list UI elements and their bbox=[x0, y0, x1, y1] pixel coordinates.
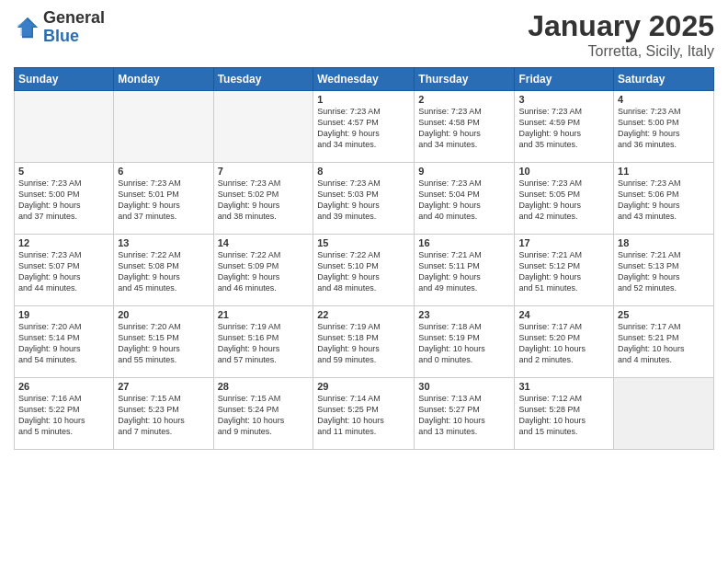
day-content: Sunrise: 7:22 AM Sunset: 5:10 PM Dayligh… bbox=[317, 249, 410, 294]
location: Torretta, Sicily, Italy bbox=[528, 43, 714, 60]
day-number: 17 bbox=[518, 237, 609, 248]
col-thursday: Thursday bbox=[415, 68, 515, 91]
day-content: Sunrise: 7:23 AM Sunset: 5:00 PM Dayligh… bbox=[18, 178, 109, 223]
day-content: Sunrise: 7:23 AM Sunset: 5:07 PM Dayligh… bbox=[18, 249, 109, 294]
day-number: 23 bbox=[418, 309, 510, 320]
day-number: 10 bbox=[518, 166, 609, 177]
day-number: 28 bbox=[218, 381, 310, 392]
day-content: Sunrise: 7:23 AM Sunset: 5:06 PM Dayligh… bbox=[618, 178, 710, 223]
col-monday: Monday bbox=[114, 68, 213, 91]
day-number: 12 bbox=[18, 237, 109, 248]
table-row: 11Sunrise: 7:23 AM Sunset: 5:06 PM Dayli… bbox=[614, 163, 714, 235]
day-number: 9 bbox=[418, 166, 510, 177]
table-row bbox=[15, 91, 114, 163]
day-number: 18 bbox=[618, 237, 710, 248]
calendar-week-row: 26Sunrise: 7:16 AM Sunset: 5:22 PM Dayli… bbox=[15, 378, 714, 450]
table-row: 15Sunrise: 7:22 AM Sunset: 5:10 PM Dayli… bbox=[313, 235, 415, 306]
day-number: 3 bbox=[518, 94, 609, 105]
table-row: 24Sunrise: 7:17 AM Sunset: 5:20 PM Dayli… bbox=[515, 306, 614, 378]
day-content: Sunrise: 7:23 AM Sunset: 4:59 PM Dayligh… bbox=[518, 106, 609, 151]
table-row: 29Sunrise: 7:14 AM Sunset: 5:25 PM Dayli… bbox=[313, 378, 415, 450]
table-row: 19Sunrise: 7:20 AM Sunset: 5:14 PM Dayli… bbox=[15, 306, 114, 378]
col-saturday: Saturday bbox=[614, 68, 714, 91]
col-tuesday: Tuesday bbox=[213, 68, 313, 91]
day-content: Sunrise: 7:18 AM Sunset: 5:19 PM Dayligh… bbox=[418, 321, 510, 366]
calendar-week-row: 19Sunrise: 7:20 AM Sunset: 5:14 PM Dayli… bbox=[15, 306, 714, 378]
logo: General Blue bbox=[14, 9, 105, 46]
table-row: 28Sunrise: 7:15 AM Sunset: 5:24 PM Dayli… bbox=[213, 378, 313, 450]
day-content: Sunrise: 7:23 AM Sunset: 4:57 PM Dayligh… bbox=[317, 106, 410, 151]
day-number: 19 bbox=[18, 309, 109, 320]
logo-general: General bbox=[43, 9, 105, 28]
day-content: Sunrise: 7:14 AM Sunset: 5:25 PM Dayligh… bbox=[317, 393, 410, 438]
table-row: 5Sunrise: 7:23 AM Sunset: 5:00 PM Daylig… bbox=[15, 163, 114, 235]
day-number: 14 bbox=[218, 237, 310, 248]
table-row bbox=[114, 91, 213, 163]
table-row: 21Sunrise: 7:19 AM Sunset: 5:16 PM Dayli… bbox=[213, 306, 313, 378]
logo-icon bbox=[14, 14, 41, 41]
day-content: Sunrise: 7:22 AM Sunset: 5:09 PM Dayligh… bbox=[218, 249, 310, 294]
day-content: Sunrise: 7:23 AM Sunset: 5:00 PM Dayligh… bbox=[618, 106, 710, 151]
calendar-table: Sunday Monday Tuesday Wednesday Thursday… bbox=[14, 67, 714, 450]
table-row: 30Sunrise: 7:13 AM Sunset: 5:27 PM Dayli… bbox=[415, 378, 515, 450]
col-friday: Friday bbox=[515, 68, 614, 91]
day-number: 31 bbox=[518, 381, 609, 392]
table-row: 22Sunrise: 7:19 AM Sunset: 5:18 PM Dayli… bbox=[313, 306, 415, 378]
day-number: 16 bbox=[418, 237, 510, 248]
day-content: Sunrise: 7:15 AM Sunset: 5:23 PM Dayligh… bbox=[118, 393, 209, 438]
day-content: Sunrise: 7:15 AM Sunset: 5:24 PM Dayligh… bbox=[218, 393, 310, 438]
table-row: 4Sunrise: 7:23 AM Sunset: 5:00 PM Daylig… bbox=[614, 91, 714, 163]
table-row: 7Sunrise: 7:23 AM Sunset: 5:02 PM Daylig… bbox=[213, 163, 313, 235]
table-row: 6Sunrise: 7:23 AM Sunset: 5:01 PM Daylig… bbox=[114, 163, 213, 235]
table-row: 31Sunrise: 7:12 AM Sunset: 5:28 PM Dayli… bbox=[515, 378, 614, 450]
day-content: Sunrise: 7:20 AM Sunset: 5:14 PM Dayligh… bbox=[18, 321, 109, 366]
day-content: Sunrise: 7:20 AM Sunset: 5:15 PM Dayligh… bbox=[118, 321, 209, 366]
month-title: January 2025 bbox=[528, 9, 714, 43]
day-number: 4 bbox=[618, 94, 710, 105]
day-number: 2 bbox=[418, 94, 510, 105]
day-content: Sunrise: 7:21 AM Sunset: 5:11 PM Dayligh… bbox=[418, 249, 510, 294]
table-row: 12Sunrise: 7:23 AM Sunset: 5:07 PM Dayli… bbox=[15, 235, 114, 306]
table-row: 1Sunrise: 7:23 AM Sunset: 4:57 PM Daylig… bbox=[313, 91, 415, 163]
day-content: Sunrise: 7:23 AM Sunset: 4:58 PM Dayligh… bbox=[418, 106, 510, 151]
table-row: 10Sunrise: 7:23 AM Sunset: 5:05 PM Dayli… bbox=[515, 163, 614, 235]
day-content: Sunrise: 7:23 AM Sunset: 5:03 PM Dayligh… bbox=[317, 178, 410, 223]
day-number: 30 bbox=[418, 381, 510, 392]
day-content: Sunrise: 7:23 AM Sunset: 5:02 PM Dayligh… bbox=[218, 178, 310, 223]
day-content: Sunrise: 7:12 AM Sunset: 5:28 PM Dayligh… bbox=[518, 393, 609, 438]
day-content: Sunrise: 7:19 AM Sunset: 5:16 PM Dayligh… bbox=[218, 321, 310, 366]
logo-text: General Blue bbox=[43, 9, 105, 46]
day-number: 13 bbox=[118, 237, 209, 248]
day-number: 20 bbox=[118, 309, 209, 320]
day-content: Sunrise: 7:23 AM Sunset: 5:05 PM Dayligh… bbox=[518, 178, 609, 223]
table-row: 3Sunrise: 7:23 AM Sunset: 4:59 PM Daylig… bbox=[515, 91, 614, 163]
day-content: Sunrise: 7:23 AM Sunset: 5:04 PM Dayligh… bbox=[418, 178, 510, 223]
day-number: 5 bbox=[18, 166, 109, 177]
table-row: 18Sunrise: 7:21 AM Sunset: 5:13 PM Dayli… bbox=[614, 235, 714, 306]
table-row bbox=[213, 91, 313, 163]
table-row: 8Sunrise: 7:23 AM Sunset: 5:03 PM Daylig… bbox=[313, 163, 415, 235]
day-content: Sunrise: 7:22 AM Sunset: 5:08 PM Dayligh… bbox=[118, 249, 209, 294]
table-row: 23Sunrise: 7:18 AM Sunset: 5:19 PM Dayli… bbox=[415, 306, 515, 378]
day-content: Sunrise: 7:19 AM Sunset: 5:18 PM Dayligh… bbox=[317, 321, 410, 366]
day-content: Sunrise: 7:21 AM Sunset: 5:13 PM Dayligh… bbox=[618, 249, 710, 294]
table-row: 25Sunrise: 7:17 AM Sunset: 5:21 PM Dayli… bbox=[614, 306, 714, 378]
day-content: Sunrise: 7:21 AM Sunset: 5:12 PM Dayligh… bbox=[518, 249, 609, 294]
day-number: 29 bbox=[317, 381, 410, 392]
day-number: 22 bbox=[317, 309, 410, 320]
day-content: Sunrise: 7:16 AM Sunset: 5:22 PM Dayligh… bbox=[18, 393, 109, 438]
table-row: 27Sunrise: 7:15 AM Sunset: 5:23 PM Dayli… bbox=[114, 378, 213, 450]
table-row: 26Sunrise: 7:16 AM Sunset: 5:22 PM Dayli… bbox=[15, 378, 114, 450]
day-content: Sunrise: 7:17 AM Sunset: 5:20 PM Dayligh… bbox=[518, 321, 609, 366]
day-number: 25 bbox=[618, 309, 710, 320]
day-number: 27 bbox=[118, 381, 209, 392]
calendar-header-row: Sunday Monday Tuesday Wednesday Thursday… bbox=[15, 68, 714, 91]
day-number: 11 bbox=[618, 166, 710, 177]
calendar-container: General Blue January 2025 Torretta, Sici… bbox=[0, 0, 728, 563]
table-row bbox=[614, 378, 714, 450]
day-number: 6 bbox=[118, 166, 209, 177]
calendar-week-row: 12Sunrise: 7:23 AM Sunset: 5:07 PM Dayli… bbox=[15, 235, 714, 306]
day-number: 24 bbox=[518, 309, 609, 320]
table-row: 2Sunrise: 7:23 AM Sunset: 4:58 PM Daylig… bbox=[415, 91, 515, 163]
header: General Blue January 2025 Torretta, Sici… bbox=[14, 9, 714, 60]
